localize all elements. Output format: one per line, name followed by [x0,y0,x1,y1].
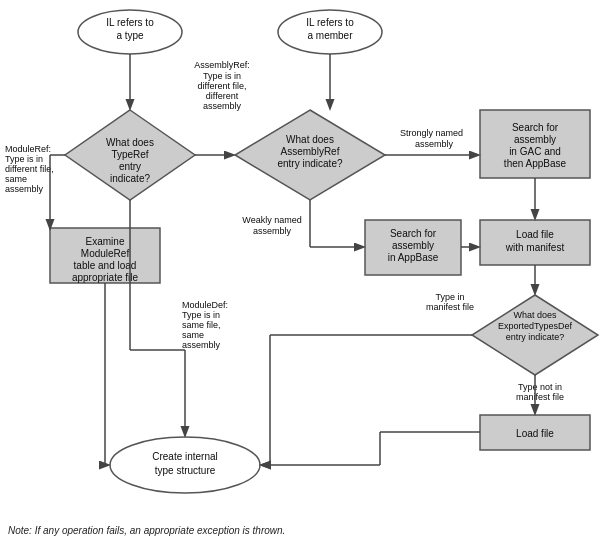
note: Note: If any operation fails, an appropr… [8,525,285,536]
svg-text:AssemblyRef:: AssemblyRef: [194,60,250,70]
svg-text:assembly: assembly [203,101,242,111]
svg-text:same: same [182,330,204,340]
svg-text:same: same [5,174,27,184]
svg-text:Weakly named: Weakly named [242,215,301,225]
svg-text:assembly: assembly [182,340,221,350]
svg-text:a member: a member [307,30,353,41]
svg-text:manifest file: manifest file [426,302,474,312]
svg-text:different file,: different file, [198,81,247,91]
svg-text:different file,: different file, [5,164,54,174]
svg-text:TypeRef: TypeRef [111,149,148,160]
svg-text:Load file: Load file [516,428,554,439]
svg-text:type structure: type structure [155,465,216,476]
svg-text:a type: a type [116,30,144,41]
svg-text:Type is in: Type is in [182,310,220,320]
svg-text:IL refers to: IL refers to [306,17,354,28]
svg-text:Type in: Type in [435,292,464,302]
svg-text:entry: entry [119,161,141,172]
svg-text:appropriate file: appropriate file [72,272,139,283]
svg-text:Search for: Search for [512,122,559,133]
svg-text:Type is in: Type is in [5,154,43,164]
svg-text:What does: What does [106,137,154,148]
svg-text:manifest file: manifest file [516,392,564,402]
svg-text:assembly: assembly [253,226,292,236]
svg-text:Search for: Search for [390,228,437,239]
svg-text:Create internal: Create internal [152,451,218,462]
svg-text:Type not in: Type not in [518,382,562,392]
svg-text:ModuleDef:: ModuleDef: [182,300,228,310]
svg-text:Strongly named: Strongly named [400,128,463,138]
svg-text:different: different [206,91,239,101]
svg-text:ModuleRef: ModuleRef [81,248,130,259]
svg-text:ModuleRef:: ModuleRef: [5,144,51,154]
svg-text:assembly: assembly [514,134,556,145]
svg-text:Type is in: Type is in [203,71,241,81]
svg-text:entry indicate?: entry indicate? [277,158,342,169]
svg-text:assembly: assembly [5,184,44,194]
svg-text:What does: What does [286,134,334,145]
svg-text:indicate?: indicate? [110,173,150,184]
svg-text:AssemblyRef: AssemblyRef [281,146,340,157]
svg-text:in AppBase: in AppBase [388,252,439,263]
svg-text:table and load: table and load [74,260,137,271]
svg-text:assembly: assembly [415,139,454,149]
svg-text:Examine: Examine [86,236,125,247]
svg-text:Load file: Load file [516,229,554,240]
svg-text:with manifest: with manifest [505,242,565,253]
diagram: IL refers to a type IL refers to a membe… [0,0,602,520]
svg-text:then AppBase: then AppBase [504,158,567,169]
svg-text:entry indicate?: entry indicate? [506,332,565,342]
svg-text:assembly: assembly [392,240,434,251]
svg-text:same file,: same file, [182,320,221,330]
svg-text:IL refers to: IL refers to [106,17,154,28]
svg-text:in GAC and: in GAC and [509,146,561,157]
svg-text:ExportedTypesDef: ExportedTypesDef [498,321,573,331]
svg-text:What does: What does [513,310,557,320]
